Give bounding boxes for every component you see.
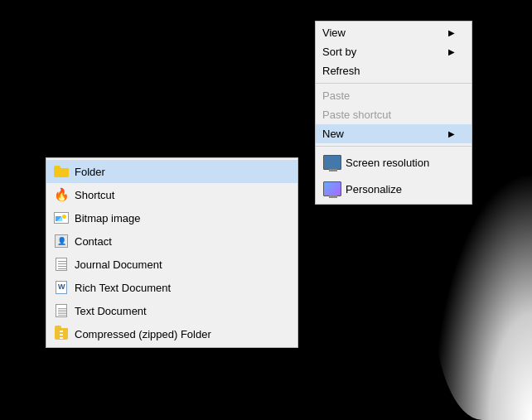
arrow-icon: ▶ (448, 28, 455, 37)
menu-item-personalize[interactable]: Personalize (316, 176, 472, 202)
arrow-icon: ▶ (448, 47, 455, 56)
personalize-icon (322, 179, 342, 199)
menu-item-paste-shortcut: Paste shortcut (316, 105, 472, 124)
submenu-item-shortcut[interactable]: 🔥 Shortcut (46, 183, 297, 206)
shortcut-icon: 🔥 (53, 186, 70, 203)
menu-item-refresh[interactable]: Refresh (316, 61, 472, 80)
screen-resolution-icon (322, 152, 342, 172)
menu-item-paste: Paste (316, 86, 472, 105)
main-context-menu: View ▶ Sort by ▶ Refresh Paste Paste sho… (315, 21, 472, 205)
menu-item-new[interactable]: New ▶ (316, 124, 472, 143)
contact-icon: 👤 (53, 233, 70, 249)
bitmap-icon (53, 210, 70, 226)
folder-icon (53, 163, 70, 180)
submenu-item-journal[interactable]: Journal Document (46, 253, 297, 276)
journal-icon (53, 256, 70, 273)
submenu-item-contact[interactable]: 👤 Contact (46, 229, 297, 253)
txt-icon (53, 302, 70, 319)
menu-item-sort-by[interactable]: Sort by ▶ (316, 42, 472, 61)
new-submenu: Folder 🔥 Shortcut Bitmap image 👤 Contact… (46, 157, 298, 348)
separator-1 (316, 83, 472, 84)
submenu-item-rtf[interactable]: Rich Text Document (46, 276, 297, 299)
submenu-item-bitmap[interactable]: Bitmap image (46, 206, 297, 229)
submenu-item-zip[interactable]: Compressed (zipped) Folder (46, 322, 297, 345)
submenu-item-folder[interactable]: Folder (46, 160, 297, 183)
zip-icon (53, 326, 70, 342)
menu-item-view[interactable]: View ▶ (316, 23, 472, 42)
separator-2 (316, 146, 472, 147)
submenu-item-txt[interactable]: Text Document (46, 299, 297, 322)
rtf-icon (53, 279, 70, 296)
menu-item-screen-resolution[interactable]: Screen resolution (316, 149, 472, 176)
arrow-icon: ▶ (448, 129, 455, 138)
